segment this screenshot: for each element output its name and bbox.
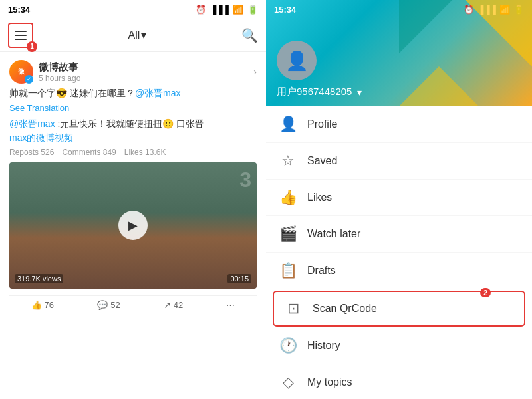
- repost-count: 42: [174, 300, 183, 310]
- menu-item-my-topics[interactable]: ◇My topics: [266, 364, 532, 399]
- geo-shape-1: [466, 0, 532, 66]
- scan-qrcode-icon: ⊡: [285, 300, 302, 317]
- my-topics-icon: ◇: [279, 374, 297, 391]
- username: 用户9567448205: [277, 86, 352, 98]
- right-panel: 15:34 ⏰ ▐▐▐ 📶 🔋 👤 用户9567448205 ▾ 👤Profil…: [266, 0, 532, 399]
- menu-item-saved[interactable]: ☆Saved: [266, 143, 532, 180]
- comment-count: 52: [110, 300, 120, 310]
- menu-badge: 1: [27, 41, 37, 52]
- video-background: ▶: [9, 162, 257, 289]
- play-button[interactable]: ▶: [118, 211, 148, 240]
- drafts-icon: 📋: [279, 262, 297, 279]
- menu-item-likes[interactable]: 👍Likes: [266, 180, 532, 216]
- post-video-link[interactable]: max的微博视频: [9, 132, 73, 143]
- duration-overlay: 00:15: [227, 274, 251, 283]
- watch-later-icon: 🎬: [279, 225, 297, 243]
- history-label: History: [307, 340, 340, 352]
- author-row: 微 ✓ 微博故事 5 hours ago ›: [9, 60, 257, 84]
- share-action[interactable]: ⋯: [226, 300, 235, 310]
- alarm-icon: ⏰: [196, 5, 206, 15]
- menu-drawer: 15:34 ⏰ ▐▐▐ 📶 🔋 👤 用户9567448205 ▾ 👤Profil…: [266, 0, 532, 399]
- menu-list: 👤Profile☆Saved👍Likes🎬Watch later📋Drafts⊡…: [266, 106, 532, 399]
- user-dropdown-arrow[interactable]: ▾: [357, 87, 362, 98]
- search-button[interactable]: 🔍: [241, 27, 258, 43]
- post-options-icon[interactable]: ›: [253, 66, 257, 77]
- history-icon: 🕐: [279, 337, 297, 354]
- all-filter-button[interactable]: All ▾: [128, 29, 147, 41]
- action-row: 👍 76 💬 52 ↗ 42 ⋯: [9, 295, 257, 317]
- stats-row: Reposts 526 Comments 849 Likes 13.6K: [9, 148, 257, 157]
- time-left: 15:34: [8, 5, 30, 15]
- user-row: 用户9567448205 ▾: [277, 86, 521, 98]
- author-avatar: 微 ✓: [9, 60, 33, 84]
- my-topics-label: My topics: [307, 376, 352, 388]
- author-details: 微博故事 5 hours ago: [39, 61, 80, 83]
- menu-item-watch-later[interactable]: 🎬Watch later: [266, 216, 532, 253]
- likes-label: Likes: [307, 192, 332, 203]
- avatar-initials: 微: [18, 67, 25, 76]
- scan-qrcode-label: Scan QrCode: [313, 303, 377, 315]
- saved-icon: ☆: [279, 152, 297, 170]
- feed-item: 微 ✓ 微博故事 5 hours ago › 帅就一个字😎 迷妹们在哪里？@张晋…: [0, 52, 266, 399]
- menu-button[interactable]: 1: [8, 23, 33, 48]
- time-menu: 15:34: [274, 5, 296, 15]
- comment-action[interactable]: 💬 52: [97, 300, 120, 310]
- share-icon: ⋯: [226, 300, 235, 310]
- repost-action[interactable]: ↗ 42: [164, 300, 183, 310]
- repost-icon: ↗: [164, 300, 171, 310]
- video-number-overlay: 3: [239, 168, 251, 192]
- comments-stat: Comments 849: [62, 148, 116, 157]
- post-body: @张晋max :元旦快乐！我就随便扭扭🙂 口张晋 max的微博视频: [9, 117, 257, 145]
- menu-item-scan-qrcode[interactable]: ⊡Scan QrCode2: [273, 291, 525, 327]
- comment-icon: 💬: [97, 300, 108, 310]
- at-link-zhanjin2[interactable]: @张晋max: [9, 118, 55, 129]
- like-action[interactable]: 👍 76: [31, 300, 54, 310]
- top-bar: 1 All ▾ 🔍: [0, 19, 266, 52]
- menu-item-history[interactable]: 🕐History: [266, 328, 532, 364]
- reposts-stat: Reposts 526: [9, 148, 54, 157]
- like-icon: 👍: [31, 300, 42, 310]
- profile-icon: 👤: [279, 116, 297, 133]
- profile-label: Profile: [307, 118, 337, 130]
- status-icons-left: ⏰ ▐▐▐ 📶 🔋: [196, 5, 258, 15]
- verified-badge: ✓: [25, 75, 33, 84]
- like-count: 76: [45, 300, 54, 310]
- all-dropdown-arrow: ▾: [141, 29, 146, 41]
- left-panel: 15:34 ⏰ ▐▐▐ 📶 🔋 1 All ▾ 🔍 微 ✓: [0, 0, 266, 399]
- see-translation-link[interactable]: See Translation: [9, 103, 257, 113]
- at-link-zhanjin[interactable]: @张晋max: [135, 88, 181, 98]
- battery-icon: 🔋: [247, 5, 258, 15]
- menu-item-drafts[interactable]: 📋Drafts: [266, 253, 532, 289]
- likes-stat: Likes 13.6K: [124, 148, 166, 157]
- wifi-icon: 📶: [233, 5, 243, 15]
- views-overlay: 319.7K views: [15, 274, 63, 283]
- menu-header: 15:34 ⏰ ▐▐▐ 📶 🔋 👤 用户9567448205 ▾: [266, 0, 532, 106]
- likes-icon: 👍: [279, 189, 297, 206]
- post-text: 帅就一个字😎 迷妹们在哪里？@张晋max: [9, 86, 257, 100]
- signal-icon: ▐▐▐: [210, 5, 229, 15]
- hamburger-icon: [15, 31, 27, 40]
- video-thumbnail[interactable]: ▶ 3 319.7K views 00:15: [9, 162, 257, 289]
- geo-shape-2: [399, 0, 452, 53]
- saved-label: Saved: [307, 155, 337, 167]
- all-label: All: [128, 29, 140, 41]
- watch-later-label: Watch later: [307, 228, 360, 240]
- post-text-main: 帅就一个字😎 迷妹们在哪里？: [9, 88, 135, 98]
- drafts-label: Drafts: [307, 265, 336, 277]
- post-body-text: :元旦快乐！我就随便扭扭🙂 口张晋: [55, 118, 205, 129]
- author-name: 微博故事: [39, 61, 80, 74]
- scan-badge-2: 2: [480, 288, 491, 297]
- post-time: 5 hours ago: [39, 74, 80, 83]
- author-info: 微 ✓ 微博故事 5 hours ago: [9, 60, 80, 84]
- profile-avatar[interactable]: 👤: [277, 41, 317, 80]
- menu-item-profile[interactable]: 👤Profile: [266, 106, 532, 143]
- status-bar-left: 15:34 ⏰ ▐▐▐ 📶 🔋: [0, 0, 266, 19]
